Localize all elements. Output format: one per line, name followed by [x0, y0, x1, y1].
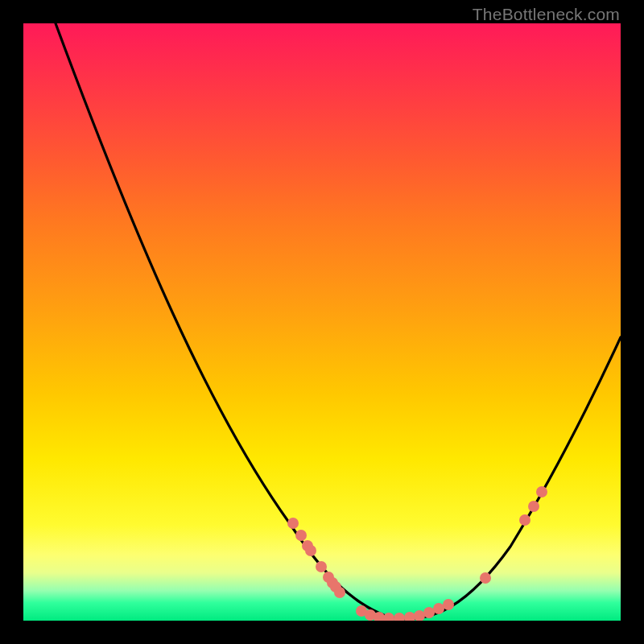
chart-frame: TheBottleneck.com: [0, 0, 644, 644]
data-point-marker: [519, 514, 530, 526]
data-point-marker: [423, 607, 435, 618]
data-point-marker: [334, 587, 345, 598]
bottleneck-curve: [56, 23, 621, 619]
data-point-marker: [536, 486, 547, 497]
data-point-marker: [414, 610, 425, 621]
curve-svg: [23, 23, 621, 621]
data-point-marker: [295, 530, 307, 541]
data-point-marker: [287, 518, 299, 529]
data-point-marker: [305, 545, 316, 556]
data-point-marker: [443, 599, 454, 610]
data-point-marker: [383, 613, 394, 621]
curve-markers: [287, 486, 547, 621]
data-point-marker: [316, 561, 327, 572]
attribution-label: TheBottleneck.com: [473, 5, 620, 24]
data-point-marker: [528, 501, 539, 512]
data-point-marker: [404, 612, 415, 621]
data-point-marker: [480, 572, 491, 584]
data-point-marker: [394, 613, 405, 621]
plot-area: [23, 23, 621, 621]
data-point-marker: [433, 603, 444, 614]
